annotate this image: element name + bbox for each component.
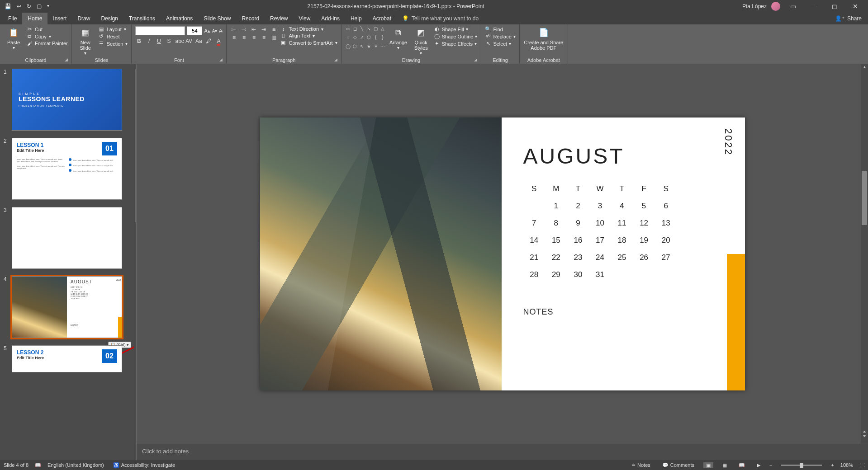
font-size-input[interactable]	[187, 26, 202, 35]
tab-transitions[interactable]: Transitions	[123, 13, 161, 24]
increase-font-icon[interactable]: A▴	[204, 28, 210, 34]
font-color-icon[interactable]: A	[215, 38, 222, 44]
numbering-icon[interactable]: ≕	[240, 26, 247, 33]
tab-design[interactable]: Design	[95, 13, 123, 24]
tab-help[interactable]: Help	[345, 13, 367, 24]
thumbnail-5[interactable]: 5 LESSON 2 Edit Title Here 02	[0, 343, 134, 378]
close-icon[interactable]: ✕	[847, 3, 863, 10]
section-button[interactable]: ☰Section▾	[98, 41, 128, 47]
bold-button[interactable]: B	[135, 38, 142, 44]
quick-styles-button[interactable]: ◩ Quick Styles▾	[411, 26, 431, 56]
increase-indent-icon[interactable]: ⇥	[260, 26, 267, 33]
cut-button[interactable]: ✂Cut	[26, 26, 68, 32]
tab-review[interactable]: Review	[265, 13, 293, 24]
share-button[interactable]: 👤⁺ Share	[835, 15, 862, 22]
shape-outline-button[interactable]: ◯Shape Outline▾	[434, 33, 478, 39]
thumb-preview[interactable]	[12, 207, 122, 269]
thumbnail-1[interactable]: 1 S I M P L E LESSONS LEARNED PRESENTATI…	[0, 67, 134, 136]
clear-formatting-icon[interactable]: A̶	[219, 28, 223, 34]
slide-canvas[interactable]: 2022 AUGUST SMTWTFS 12345678910111213141…	[260, 118, 745, 390]
tab-home[interactable]: Home	[22, 13, 47, 24]
notes-pane[interactable]: Click to add notes	[137, 444, 868, 460]
character-spacing-icon[interactable]: AV	[185, 38, 192, 44]
next-slide-icon[interactable]: ⏷	[863, 434, 867, 438]
thumb-preview[interactable]: S I M P L E LESSONS LEARNED PRESENTATION…	[12, 69, 122, 131]
font-name-input[interactable]	[135, 26, 185, 35]
shape-effects-button[interactable]: ✦Shape Effects▾	[434, 41, 478, 47]
dialog-launcher-icon[interactable]: ◢	[334, 57, 337, 62]
slide-month[interactable]: AUGUST	[523, 144, 723, 169]
tab-acrobat[interactable]: Acrobat	[367, 13, 397, 24]
paste-button[interactable]: 📋 Paste ▾	[4, 26, 24, 50]
language-status[interactable]: English (United Kingdom)	[47, 462, 104, 468]
find-button[interactable]: 🔍Find	[485, 26, 515, 32]
tab-draw[interactable]: Draw	[72, 13, 95, 24]
tab-insert[interactable]: Insert	[47, 13, 72, 24]
vertical-scrollbar[interactable]: ▴ ⏶ ⏷	[861, 64, 868, 444]
italic-button[interactable]: I	[145, 38, 152, 44]
strikethrough-button[interactable]: abc	[175, 38, 182, 44]
new-slide-button[interactable]: ▦ New Slide ▾	[76, 26, 95, 56]
shape-fill-button[interactable]: ◐Shape Fill▾	[434, 26, 478, 32]
zoom-in-icon[interactable]: +	[831, 462, 834, 468]
thumb-preview[interactable]: LESSON 1 Edit Title Here 01 Insert your …	[12, 138, 122, 200]
redo-icon[interactable]: ↻	[27, 3, 31, 9]
tab-addins[interactable]: Add-ins	[316, 13, 345, 24]
save-icon[interactable]: 💾	[5, 3, 11, 9]
underline-button[interactable]: U	[155, 38, 162, 44]
tab-animations[interactable]: Animations	[161, 13, 198, 24]
text-direction-button[interactable]: ↕Text Direction▾	[280, 26, 337, 32]
slide-year[interactable]: 2022	[722, 128, 734, 156]
dialog-launcher-icon[interactable]: ◢	[219, 57, 223, 62]
zoom-out-icon[interactable]: −	[769, 462, 772, 468]
undo-icon[interactable]: ↩	[17, 3, 21, 9]
thumb-preview[interactable]: AUGUST 2022 S M T W T F S 1 2 3 4 5 67 8…	[12, 276, 122, 338]
thumbnail-3[interactable]: 3	[0, 205, 134, 274]
format-painter-button[interactable]: 🖌Format Painter	[26, 41, 68, 46]
line-spacing-icon[interactable]: ≡	[270, 26, 277, 33]
minimize-icon[interactable]: —	[806, 3, 822, 10]
arrange-button[interactable]: ⧉ Arrange▾	[389, 26, 408, 50]
prev-slide-icon[interactable]: ⏶	[863, 429, 867, 434]
user-name[interactable]: Pía López	[742, 3, 767, 9]
slide-thumbnail-panel[interactable]: 1 S I M P L E LESSONS LEARNED PRESENTATI…	[0, 64, 134, 460]
highlight-icon[interactable]: 🖍	[205, 38, 212, 44]
ribbon-display-icon[interactable]: ▭	[785, 3, 801, 10]
normal-view-icon[interactable]: ▣	[703, 462, 713, 468]
accessibility-status[interactable]: ♿Accessibility: Investigate	[110, 462, 178, 468]
tell-me-search[interactable]: 💡 Tell me what you want to do	[402, 15, 479, 22]
reading-view-icon[interactable]: 📖	[736, 462, 748, 468]
scroll-up-icon[interactable]: ▴	[861, 64, 868, 71]
bullets-icon[interactable]: ≔	[230, 26, 237, 33]
align-text-button[interactable]: ⌷Align Text▾	[280, 33, 337, 38]
slideshow-view-icon[interactable]: ▶	[754, 462, 763, 468]
change-case-icon[interactable]: Aa	[195, 38, 202, 44]
tab-slideshow[interactable]: Slide Show	[198, 13, 236, 24]
slide-counter[interactable]: Slide 4 of 8	[4, 462, 28, 468]
user-avatar[interactable]	[771, 2, 780, 11]
tab-file[interactable]: File	[3, 13, 22, 24]
create-share-pdf-button[interactable]: 📄 Create and Share Adobe PDF	[523, 26, 564, 51]
zoom-level[interactable]: 108%	[840, 462, 853, 468]
slide-image[interactable]	[260, 118, 502, 390]
tab-view[interactable]: View	[293, 13, 316, 24]
replace-button[interactable]: ᵃ⁄ᵇReplace▾	[485, 33, 515, 39]
scrollbar-thumb[interactable]	[862, 171, 867, 225]
layout-button[interactable]: ▤Layout▾	[98, 26, 128, 32]
justify-icon[interactable]: ≡	[260, 34, 267, 41]
decrease-indent-icon[interactable]: ⇤	[250, 26, 257, 33]
slide-notes-label[interactable]: NOTES	[523, 307, 554, 317]
zoom-slider[interactable]	[781, 465, 822, 466]
decrease-font-icon[interactable]: A▾	[212, 28, 218, 33]
columns-icon[interactable]: ▥	[270, 34, 277, 41]
reset-button[interactable]: ↺Reset	[98, 33, 128, 39]
thumbnail-4[interactable]: 4 AUGUST 2022 S M T W T F S 1 2 3 4 5 67…	[0, 274, 134, 343]
dialog-launcher-icon[interactable]: ◢	[474, 57, 477, 62]
align-center-icon[interactable]: ≡	[240, 34, 247, 41]
thumbnail-2[interactable]: 2 LESSON 1 Edit Title Here 01 Insert you…	[0, 136, 134, 205]
dialog-launcher-icon[interactable]: ◢	[65, 57, 68, 62]
start-from-beginning-icon[interactable]: ▢	[37, 3, 42, 9]
spellcheck-icon[interactable]: 📖	[35, 462, 41, 468]
thumb-preview[interactable]: LESSON 2 Edit Title Here 02	[12, 345, 122, 372]
select-button[interactable]: ↖Select▾	[485, 41, 515, 47]
